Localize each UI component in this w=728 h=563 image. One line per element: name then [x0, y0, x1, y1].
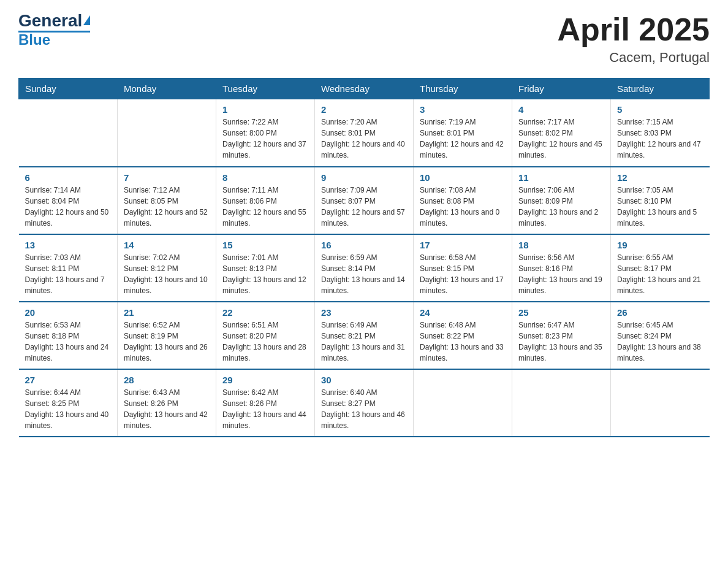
day-info: Sunrise: 6:53 AMSunset: 8:18 PMDaylight:…: [25, 321, 109, 362]
table-row: 22 Sunrise: 6:51 AMSunset: 8:20 PMDaylig…: [216, 302, 315, 369]
day-number: 18: [518, 240, 604, 250]
day-info: Sunrise: 7:11 AMSunset: 8:06 PMDaylight:…: [222, 186, 306, 228]
calendar-subtitle: Cacem, Portugal: [557, 50, 710, 66]
day-info: Sunrise: 6:44 AMSunset: 8:25 PMDaylight:…: [25, 388, 109, 430]
table-row: 10 Sunrise: 7:08 AMSunset: 8:08 PMDaylig…: [414, 167, 512, 234]
day-number: 6: [25, 172, 112, 183]
table-row: 25 Sunrise: 6:47 AMSunset: 8:23 PMDaylig…: [512, 302, 611, 369]
col-thursday: Thursday: [414, 79, 512, 99]
day-info: Sunrise: 6:48 AMSunset: 8:22 PMDaylight:…: [420, 321, 504, 362]
day-info: Sunrise: 6:42 AMSunset: 8:26 PMDaylight:…: [222, 388, 306, 430]
table-row: 12 Sunrise: 7:05 AMSunset: 8:10 PMDaylig…: [611, 167, 710, 234]
day-number: 26: [617, 307, 703, 318]
table-row: 6 Sunrise: 7:14 AMSunset: 8:04 PMDayligh…: [19, 167, 118, 234]
col-saturday: Saturday: [611, 79, 710, 99]
day-info: Sunrise: 6:45 AMSunset: 8:24 PMDaylight:…: [617, 321, 701, 362]
day-number: 21: [124, 307, 210, 318]
day-info: Sunrise: 6:59 AMSunset: 8:14 PMDaylight:…: [321, 253, 405, 295]
day-number: 17: [420, 240, 506, 250]
day-info: Sunrise: 6:58 AMSunset: 8:15 PMDaylight:…: [420, 253, 504, 295]
col-tuesday: Tuesday: [216, 79, 315, 99]
day-number: 15: [222, 240, 308, 250]
col-friday: Friday: [512, 79, 611, 99]
day-info: Sunrise: 6:49 AMSunset: 8:21 PMDaylight:…: [321, 321, 405, 362]
day-info: Sunrise: 7:03 AMSunset: 8:11 PMDaylight:…: [25, 253, 105, 295]
day-info: Sunrise: 7:17 AMSunset: 8:02 PMDaylight:…: [518, 118, 602, 159]
table-row: 30 Sunrise: 6:40 AMSunset: 8:27 PMDaylig…: [315, 369, 414, 437]
day-info: Sunrise: 6:40 AMSunset: 8:27 PMDaylight:…: [321, 388, 405, 430]
table-row: 2 Sunrise: 7:20 AMSunset: 8:01 PMDayligh…: [315, 99, 414, 167]
logo: General Blue: [18, 12, 90, 47]
day-info: Sunrise: 7:05 AMSunset: 8:10 PMDaylight:…: [617, 186, 697, 228]
day-info: Sunrise: 6:43 AMSunset: 8:26 PMDaylight:…: [124, 388, 208, 430]
table-row: 13 Sunrise: 7:03 AMSunset: 8:11 PMDaylig…: [19, 234, 118, 302]
day-number: 7: [124, 172, 210, 183]
day-info: Sunrise: 6:56 AMSunset: 8:16 PMDaylight:…: [518, 253, 602, 295]
page-header: General Blue April 2025 Cacem, Portugal: [18, 12, 710, 66]
table-row: 8 Sunrise: 7:11 AMSunset: 8:06 PMDayligh…: [216, 167, 315, 234]
table-row: 3 Sunrise: 7:19 AMSunset: 8:01 PMDayligh…: [414, 99, 512, 167]
table-row: 14 Sunrise: 7:02 AMSunset: 8:12 PMDaylig…: [118, 234, 216, 302]
day-info: Sunrise: 6:52 AMSunset: 8:19 PMDaylight:…: [124, 321, 208, 362]
calendar-title: April 2025: [557, 12, 710, 47]
col-sunday: Sunday: [19, 79, 118, 99]
day-info: Sunrise: 6:55 AMSunset: 8:17 PMDaylight:…: [617, 253, 701, 295]
table-row: 18 Sunrise: 6:56 AMSunset: 8:16 PMDaylig…: [512, 234, 611, 302]
table-row: 23 Sunrise: 6:49 AMSunset: 8:21 PMDaylig…: [315, 302, 414, 369]
day-number: 13: [25, 240, 112, 250]
table-row: 15 Sunrise: 7:01 AMSunset: 8:13 PMDaylig…: [216, 234, 315, 302]
day-number: 22: [222, 307, 308, 318]
day-number: 12: [617, 172, 703, 183]
table-row: [414, 369, 512, 437]
day-number: 23: [321, 307, 407, 318]
table-row: 7 Sunrise: 7:12 AMSunset: 8:05 PMDayligh…: [118, 167, 216, 234]
table-row: 1 Sunrise: 7:22 AMSunset: 8:00 PMDayligh…: [216, 99, 315, 167]
table-row: 4 Sunrise: 7:17 AMSunset: 8:02 PMDayligh…: [512, 99, 611, 167]
day-info: Sunrise: 7:12 AMSunset: 8:05 PMDaylight:…: [124, 186, 208, 228]
table-row: 19 Sunrise: 6:55 AMSunset: 8:17 PMDaylig…: [611, 234, 710, 302]
day-number: 2: [321, 104, 407, 115]
day-info: Sunrise: 7:08 AMSunset: 8:08 PMDaylight:…: [420, 186, 499, 228]
table-row: 24 Sunrise: 6:48 AMSunset: 8:22 PMDaylig…: [414, 302, 512, 369]
calendar-body: 1 Sunrise: 7:22 AMSunset: 8:00 PMDayligh…: [19, 99, 710, 437]
day-number: 25: [518, 307, 604, 318]
day-number: 1: [222, 104, 308, 115]
table-row: 17 Sunrise: 6:58 AMSunset: 8:15 PMDaylig…: [414, 234, 512, 302]
table-row: 5 Sunrise: 7:15 AMSunset: 8:03 PMDayligh…: [611, 99, 710, 167]
table-row: 26 Sunrise: 6:45 AMSunset: 8:24 PMDaylig…: [611, 302, 710, 369]
day-number: 11: [518, 172, 604, 183]
day-info: Sunrise: 6:51 AMSunset: 8:20 PMDaylight:…: [222, 321, 306, 362]
day-number: 27: [25, 375, 112, 385]
table-row: 29 Sunrise: 6:42 AMSunset: 8:26 PMDaylig…: [216, 369, 315, 437]
calendar-header: Sunday Monday Tuesday Wednesday Thursday…: [19, 79, 710, 99]
table-row: [611, 369, 710, 437]
day-number: 3: [420, 104, 506, 115]
day-number: 14: [124, 240, 210, 250]
day-info: Sunrise: 7:14 AMSunset: 8:04 PMDaylight:…: [25, 186, 109, 228]
table-row: 16 Sunrise: 6:59 AMSunset: 8:14 PMDaylig…: [315, 234, 414, 302]
calendar-table: Sunday Monday Tuesday Wednesday Thursday…: [18, 78, 710, 437]
day-info: Sunrise: 7:01 AMSunset: 8:13 PMDaylight:…: [222, 253, 306, 295]
table-row: 28 Sunrise: 6:43 AMSunset: 8:26 PMDaylig…: [118, 369, 216, 437]
day-number: 10: [420, 172, 506, 183]
day-number: 28: [124, 375, 210, 385]
day-info: Sunrise: 7:20 AMSunset: 8:01 PMDaylight:…: [321, 118, 405, 159]
table-row: [19, 99, 118, 167]
table-row: 20 Sunrise: 6:53 AMSunset: 8:18 PMDaylig…: [19, 302, 118, 369]
day-number: 8: [222, 172, 308, 183]
day-info: Sunrise: 7:09 AMSunset: 8:07 PMDaylight:…: [321, 186, 405, 228]
col-monday: Monday: [118, 79, 216, 99]
logo-text-dark: General: [18, 12, 82, 29]
table-row: [512, 369, 611, 437]
day-info: Sunrise: 7:15 AMSunset: 8:03 PMDaylight:…: [617, 118, 701, 159]
col-wednesday: Wednesday: [315, 79, 414, 99]
day-info: Sunrise: 7:02 AMSunset: 8:12 PMDaylight:…: [124, 253, 208, 295]
day-number: 24: [420, 307, 506, 318]
table-row: 27 Sunrise: 6:44 AMSunset: 8:25 PMDaylig…: [19, 369, 118, 437]
title-section: April 2025 Cacem, Portugal: [557, 12, 710, 66]
day-number: 16: [321, 240, 407, 250]
table-row: 9 Sunrise: 7:09 AMSunset: 8:07 PMDayligh…: [315, 167, 414, 234]
table-row: 11 Sunrise: 7:06 AMSunset: 8:09 PMDaylig…: [512, 167, 611, 234]
day-number: 19: [617, 240, 703, 250]
table-row: 21 Sunrise: 6:52 AMSunset: 8:19 PMDaylig…: [118, 302, 216, 369]
